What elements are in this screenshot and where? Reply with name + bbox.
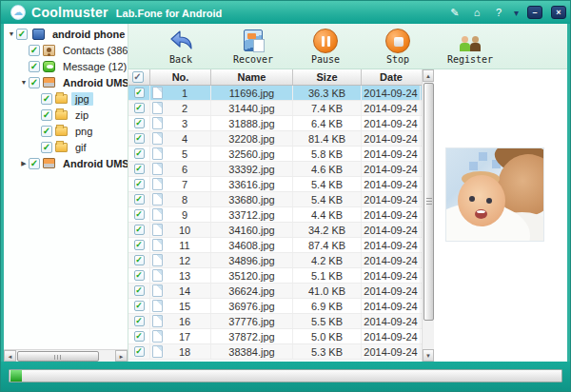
table-row[interactable]: ✓ 7 33616.jpg 5.4 KB 2014-09-24 [128, 177, 422, 192]
row-checkbox[interactable]: ✓ [134, 148, 145, 159]
feedback-pen-icon[interactable]: ✎ [448, 7, 462, 19]
table-row[interactable]: ✓ 13 35120.jpg 5.1 KB 2014-09-24 [128, 268, 422, 284]
row-date-cell: 2014-09-24 [362, 314, 421, 328]
row-checkbox-cell: ✓ [128, 223, 150, 237]
row-checkbox[interactable]: ✓ [134, 301, 145, 311]
table-row[interactable]: ✓ 8 33680.jpg 5.4 KB 2014-09-24 [128, 192, 422, 207]
row-checkbox[interactable]: ✓ [134, 285, 145, 296]
help-icon[interactable]: ? [492, 7, 505, 18]
tree-checkbox[interactable]: ✓ [41, 93, 52, 105]
tree-checkbox[interactable]: ✓ [41, 126, 52, 137]
tree-item[interactable]: ▶ ✓ Android UMS Com... [4, 155, 128, 171]
sidebar-horizontal-scrollbar[interactable]: ◄ ► [4, 349, 128, 362]
tree-item-label[interactable]: Android UMS Com... [59, 76, 128, 89]
tree-item[interactable]: ✓ Message (12) [4, 58, 128, 74]
pause-button[interactable]: Pause [300, 28, 351, 65]
table-row[interactable]: ✓ 2 31440.jpg 7.4 KB 2014-09-24 [128, 101, 422, 116]
row-checkbox[interactable]: ✓ [134, 240, 145, 250]
row-checkbox[interactable]: ✓ [134, 270, 145, 281]
scroll-right-arrow-icon[interactable]: ► [115, 350, 128, 362]
table-row[interactable]: ✓ 16 37776.jpg 5.5 KB 2014-09-24 [128, 314, 422, 329]
tree-expander-icon[interactable]: ▼ [19, 79, 29, 86]
select-all-checkbox[interactable]: ✓ [132, 71, 144, 83]
table-row[interactable]: ✓ 14 36624.jpg 41.0 KB 2014-09-24 [128, 284, 422, 299]
tree-item-label[interactable]: png [71, 125, 96, 138]
table-row[interactable]: ✓ 4 32208.jpg 81.4 KB 2014-09-24 [128, 131, 422, 147]
home-icon[interactable]: ⌂ [470, 7, 483, 18]
table-row[interactable]: ✓ 11 34608.jpg 87.4 KB 2014-09-24 [128, 238, 422, 253]
close-button[interactable]: × [551, 6, 566, 19]
select-all-header[interactable]: ✓ [128, 69, 150, 85]
table-row[interactable]: ✓ 3 31888.jpg 6.4 KB 2014-09-24 [128, 116, 422, 131]
row-checkbox[interactable]: ✓ [134, 179, 145, 189]
tree-checkbox[interactable]: ✓ [29, 77, 40, 88]
tree-item-label[interactable]: Contacts (386) [59, 44, 128, 57]
table-row[interactable]: ✓ 1 11696.jpg 36.3 KB 2014-09-24 [128, 86, 422, 101]
row-checkbox[interactable]: ✓ [134, 255, 145, 265]
register-button[interactable]: Register [444, 28, 496, 65]
row-checkbox[interactable]: ✓ [134, 164, 145, 174]
tree-item[interactable]: ✓ Contacts (386) [4, 42, 128, 58]
row-checkbox[interactable]: ✓ [134, 133, 145, 144]
row-number: 15 [172, 301, 210, 312]
scroll-down-arrow-icon[interactable]: ▼ [423, 349, 434, 362]
row-checkbox[interactable]: ✓ [134, 346, 145, 357]
tree-item-label[interactable]: android phone [49, 28, 128, 41]
scroll-left-arrow-icon[interactable]: ◄ [4, 350, 16, 362]
tree-expander-icon[interactable]: ▶ [19, 160, 29, 167]
row-checkbox[interactable]: ✓ [134, 103, 145, 113]
progress-fill [10, 370, 22, 382]
tree-item-label[interactable]: jpg [71, 92, 93, 106]
minimize-button[interactable]: – [527, 6, 542, 19]
scroll-up-arrow-icon[interactable]: ▲ [423, 69, 434, 82]
photo-preview[interactable] [446, 148, 543, 241]
tree-checkbox[interactable]: ✓ [29, 158, 40, 169]
tree-checkbox[interactable]: ✓ [29, 61, 40, 72]
table-row[interactable]: ✓ 15 36976.jpg 6.9 KB 2014-09-24 [128, 299, 422, 314]
vertical-scroll-thumb[interactable] [423, 83, 434, 321]
tree-expander-icon[interactable]: ▼ [7, 30, 16, 37]
recover-button[interactable]: Recover [227, 28, 279, 65]
tree-item[interactable]: ✓ zip [4, 107, 128, 123]
table-vertical-scrollbar[interactable]: ▲ ▼ [422, 69, 434, 362]
row-checkbox[interactable]: ✓ [134, 316, 145, 326]
row-number: 14 [172, 285, 210, 297]
tree-item[interactable]: ▼ ✓ Android UMS Com... [4, 74, 128, 90]
stop-button[interactable]: Stop [372, 28, 423, 65]
row-no-cell: 3 [150, 116, 211, 130]
tree-checkbox[interactable]: ✓ [29, 45, 40, 56]
table-row[interactable]: ✓ 9 33712.jpg 4.4 KB 2014-09-24 [128, 207, 422, 223]
tree-checkbox[interactable]: ✓ [41, 109, 52, 121]
tree-item-label[interactable]: Android UMS Com... [59, 157, 128, 170]
horizontal-scroll-thumb[interactable] [17, 351, 99, 362]
back-button[interactable]: Back [155, 28, 207, 65]
header-size[interactable]: Size [293, 69, 362, 85]
tree-item-label[interactable]: gif [71, 141, 90, 154]
table-row[interactable]: ✓ 18 38384.jpg 5.3 KB 2014-09-24 [128, 344, 422, 360]
table-row[interactable]: ✓ 12 34896.jpg 4.2 KB 2014-09-24 [128, 253, 422, 268]
tree-item[interactable]: ✓ gif [4, 139, 128, 155]
tree-item[interactable]: ✓ jpg [4, 90, 128, 107]
table-row[interactable]: ✓ 10 34160.jpg 34.2 KB 2014-09-24 [128, 223, 422, 238]
tree-item[interactable]: ▼ ✓ android phone [4, 26, 128, 42]
table-row[interactable]: ✓ 17 37872.jpg 5.0 KB 2014-09-24 [128, 329, 422, 344]
header-no[interactable]: No. [150, 69, 211, 85]
row-checkbox[interactable]: ✓ [134, 225, 145, 235]
tree-item-label[interactable]: Message (12) [59, 60, 128, 73]
header-name[interactable]: Name [211, 69, 293, 85]
tree-item-label[interactable]: zip [71, 108, 92, 122]
table-row[interactable]: ✓ 6 33392.jpg 4.6 KB 2014-09-24 [128, 162, 422, 177]
row-checkbox[interactable]: ✓ [134, 118, 145, 128]
tree-checkbox[interactable]: ✓ [16, 29, 28, 40]
file-icon [152, 132, 163, 145]
header-date[interactable]: Date [362, 69, 421, 85]
row-checkbox-cell: ✓ [128, 207, 150, 222]
tree-checkbox[interactable]: ✓ [41, 142, 52, 153]
row-checkbox[interactable]: ✓ [134, 88, 145, 98]
row-checkbox[interactable]: ✓ [134, 194, 145, 205]
menu-chevron-down-icon[interactable]: ▾ [514, 8, 519, 18]
table-row[interactable]: ✓ 5 32560.jpg 5.8 KB 2014-09-24 [128, 147, 422, 162]
row-checkbox[interactable]: ✓ [134, 331, 145, 342]
row-checkbox[interactable]: ✓ [134, 209, 145, 220]
tree-item[interactable]: ✓ png [4, 123, 128, 139]
